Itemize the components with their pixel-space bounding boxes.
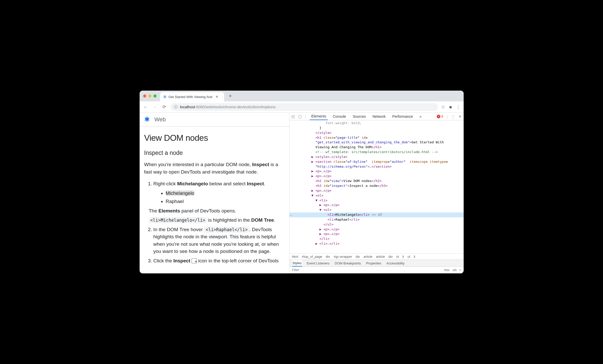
styles-filter-input[interactable] [292,268,441,272]
styles-tab-accessibility[interactable]: Accessibility [386,260,405,266]
breadcrumb-trail[interactable]: html #top_of_page div #gc-wrapper div ar… [289,253,464,260]
list-item-raphael[interactable]: Raphael [166,198,285,205]
error-count[interactable]: ✕ 6 [437,114,443,118]
instruction-list: Right-click Michelangelo below and selec… [144,180,285,264]
breadcrumb-item[interactable]: article [363,255,372,259]
more-tabs-button[interactable]: » [418,113,423,120]
breadcrumb-item[interactable]: li [414,255,415,259]
breadcrumb-item[interactable]: li [402,255,404,259]
address-bar: ← → ⟳ ⓘ localhost:8080/web/tools/chrome-… [140,101,464,113]
elements-tree[interactable]: font-weight: bold; } </style> <h1 class=… [289,120,464,253]
tab-sources[interactable]: Sources [351,113,367,120]
toolbar-right: ☆ ● ⋮ [441,104,460,110]
new-tab-button[interactable]: + [229,93,232,99]
site-logo-icon: ✱ [144,115,150,123]
reload-button[interactable]: ⟳ [161,104,167,110]
devtools-toolbar: ◰ ▢ | Elements Console Sources Network P… [289,113,464,120]
back-button[interactable]: ← [143,104,149,110]
page-h2: Inspect a node [144,149,285,156]
site-header: ✱ Web [140,113,289,126]
inspect-element-icon[interactable]: ◰ [292,114,295,119]
devtools-panel: ◰ ▢ | Elements Console Sources Network P… [289,113,464,273]
breadcrumb-item[interactable]: article [376,255,385,259]
tab-elements[interactable]: Elements [310,113,328,120]
styles-tab-event-listeners[interactable]: Event Listeners [306,260,330,266]
tab-performance[interactable]: Performance [391,113,414,120]
hov-toggle[interactable]: :hov [444,268,450,272]
url-host: localhost:8080/web/tools/chrome-devtools… [180,105,276,109]
site-title: Web [154,116,166,123]
breadcrumb-item[interactable]: ol [396,255,399,259]
breadcrumb-item[interactable]: #gc-wrapper [334,255,352,259]
site-info-icon[interactable]: ⓘ [174,105,178,109]
close-window-button[interactable] [143,94,146,98]
styles-filter-bar: :hov .cls + [289,267,464,273]
browser-window: ✲ Get Started With Viewing And ✕ + ← → ⟳… [140,91,464,273]
styles-tab-dom-breakpoints[interactable]: DOM Breakpoints [334,260,362,266]
example-list: Michelangelo Raphael [153,190,285,205]
list-item-michelangelo[interactable]: Michelangelo [166,190,285,197]
step-1-code-note: <li>Michelangelo</li> is highlighted in … [149,217,285,224]
tab-console[interactable]: Console [331,113,348,120]
breadcrumb-item[interactable]: html [292,255,298,259]
menu-icon[interactable]: ⋮ [456,104,461,110]
breadcrumb-item[interactable]: ul [408,255,410,259]
close-tab-button[interactable]: ✕ [215,95,219,99]
minimize-window-button[interactable] [148,94,151,98]
inspect-icon [192,258,197,263]
article-body: View DOM nodes Inspect a node When you'r… [140,126,289,266]
device-toolbar-icon[interactable]: ▢ [298,114,302,119]
url-input[interactable]: ⓘ localhost:8080/web/tools/chrome-devtoo… [170,103,438,111]
close-devtools-icon[interactable]: ✕ [459,114,462,119]
webpage-panel: ✱ Web View DOM nodes Inspect a node When… [140,113,289,273]
intro-paragraph: When you're interested in a particular D… [144,161,285,176]
maximize-window-button[interactable] [153,94,157,98]
forward-button[interactable]: → [152,104,158,110]
window-controls [142,94,157,98]
styles-tab-bar: Styles Event Listeners DOM Breakpoints P… [289,260,464,267]
browser-tab[interactable]: ✲ Get Started With Viewing And ✕ [160,92,224,101]
bookmark-icon[interactable]: ☆ [441,104,445,110]
error-icon: ✕ [437,115,440,118]
tab-network[interactable]: Network [371,113,387,120]
page-h1: View DOM nodes [144,133,285,143]
breadcrumb-item[interactable]: div [326,255,330,259]
step-1: Right-click Michelangelo below and selec… [153,180,285,224]
breadcrumb-item[interactable]: div [388,255,393,259]
cls-toggle[interactable]: .cls [452,268,456,272]
styles-tab-styles[interactable]: Styles [292,260,302,266]
breadcrumb-item[interactable]: #top_of_page [302,255,322,259]
styles-tab-properties[interactable]: Properties [366,260,382,266]
devtools-menu-icon[interactable]: ⋮ [451,114,455,119]
content-split: ✱ Web View DOM nodes Inspect a node When… [140,113,464,273]
step-3: Click the Inspect icon in the top-left c… [153,257,285,265]
step-1-note: The Elements panel of DevTools opens. [149,207,285,215]
favicon-icon: ✲ [163,94,167,99]
tab-title: Get Started With Viewing And [169,95,212,99]
breadcrumb-item[interactable]: div [356,255,360,259]
new-style-rule-button[interactable]: + [459,268,461,272]
step-2: In the DOM Tree hover <li>Raphael</li>. … [153,226,285,255]
tab-bar: ✲ Get Started With Viewing And ✕ + [140,91,464,101]
profile-icon[interactable]: ● [449,104,452,110]
selected-node-row[interactable]: … <li>Michelangelo</li> == $0 [289,212,464,217]
